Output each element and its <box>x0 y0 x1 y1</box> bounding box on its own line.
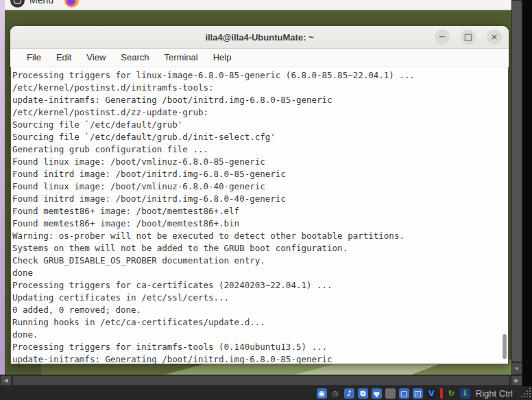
menu-item-search[interactable]: Search <box>113 52 156 62</box>
menu-button[interactable]: Menu <box>5 0 58 10</box>
terminal-line: Warning: os-prober will not be executed … <box>12 230 508 242</box>
host-horizontal-scrollbar[interactable]: ◀ ▶ <box>0 375 522 386</box>
auto-resize-icon[interactable]: ↻ <box>446 388 457 399</box>
terminal-lines: Processing triggers for linux-image-6.8.… <box>12 69 508 364</box>
terminal-line: Sourcing file `/etc/default/grub' <box>12 119 508 131</box>
terminal-line: Found initrd image: /boot/initrd.img-6.8… <box>12 193 508 205</box>
menu-item-terminal[interactable]: Terminal <box>157 52 206 62</box>
menu-item-help[interactable]: Help <box>206 52 239 62</box>
vertical-scrollbar-thumb[interactable] <box>512 1 522 362</box>
terminal-line: Processing triggers for ca-certificates … <box>12 279 508 292</box>
menu-label: Menu <box>29 0 53 5</box>
terminal-line: Check GRUB_DISABLE_OS_PROBER documentati… <box>12 255 508 267</box>
resize-grip[interactable] <box>518 387 531 399</box>
horizontal-scrollbar-thumb[interactable] <box>13 376 509 385</box>
top-panel: Menu <box>5 0 511 10</box>
terminal-line: Generating grub configuration file ... <box>12 143 508 156</box>
close-button[interactable]: × <box>487 30 502 45</box>
terminal-line: update-initramfs: Generating /boot/initr… <box>12 353 508 364</box>
terminal-line: done. <box>12 329 508 341</box>
minimize-button[interactable]: − <box>435 30 450 45</box>
host-window-edge <box>522 0 532 386</box>
host-key-indicator: Right Ctrl <box>476 388 513 399</box>
terminal-line: Found memtest86+ image: /boot/memtest86+… <box>12 217 508 230</box>
terminal-line: Sourcing file `/etc/default/grub.d/init-… <box>12 131 508 143</box>
terminal-line: Found linux image: /boot/vmlinuz-6.8.0-8… <box>12 156 508 168</box>
audio-icon[interactable]: ♪ <box>344 388 354 399</box>
window-title: illa4@illa4-UbuntuMate: ~ <box>205 32 313 43</box>
usb-icon[interactable]: ψ <box>372 388 382 399</box>
terminal-line: Systems on them will not be added to the… <box>12 242 508 255</box>
drag-drop-icon[interactable]: ⇩ <box>460 388 470 399</box>
virtualbox-status-bar: ◉◎♪⧉ψ▢◰V↻⇩ Right Ctrl <box>0 386 532 400</box>
scroll-left-button[interactable]: ◀ <box>1 376 11 385</box>
host-vertical-scrollbar[interactable]: ▼ <box>511 0 522 375</box>
scroll-right-button[interactable]: ▶ <box>511 376 522 385</box>
recording-icon[interactable]: ◰ <box>413 388 423 399</box>
status-icons: ◉◎♪⧉ψ▢◰V↻⇩ <box>317 388 470 399</box>
terminal-line: Found linux image: /boot/vmlinuz-6.8.0-4… <box>12 180 508 193</box>
network-icon[interactable]: ⧉ <box>358 388 368 399</box>
terminal-line: Processing triggers for linux-image-6.8.… <box>12 69 508 82</box>
terminal-line: 0 added, 0 removed; done. <box>12 304 508 316</box>
terminal-window: illa4@illa4-UbuntuMate: ~ −□× FileEditVi… <box>10 26 509 364</box>
terminal-line: /etc/kernel/postinst.d/initramfs-tools: <box>12 82 508 94</box>
terminal-line: Found initrd image: /boot/initrd.img-6.8… <box>12 168 508 180</box>
hard-disk-icon[interactable]: ◉ <box>317 388 327 399</box>
display-icon[interactable]: ▢ <box>399 388 409 399</box>
menu-item-edit[interactable]: Edit <box>49 52 79 62</box>
menu-item-file[interactable]: File <box>19 52 49 62</box>
terminal-line: /etc/kernel/postinst.d/zz-update-grub: <box>12 106 508 119</box>
optical-disk-icon[interactable]: ◎ <box>330 388 341 399</box>
shared-folder-icon[interactable] <box>385 388 396 399</box>
red-indicator[interactable] <box>440 388 443 399</box>
guest-display: Menu illa4@illa4-UbuntuMate: ~ −□× FileE… <box>0 0 511 375</box>
window-controls: −□× <box>435 30 502 45</box>
ubuntu-mate-logo-icon <box>10 0 25 8</box>
maximize-button[interactable]: □ <box>461 30 476 45</box>
terminal-titlebar[interactable]: illa4@illa4-UbuntuMate: ~ −□× <box>10 26 509 49</box>
terminal-output[interactable]: Processing triggers for linux-image-6.8.… <box>10 67 509 364</box>
virtualbox-window: Menu illa4@illa4-UbuntuMate: ~ −□× FileE… <box>0 0 532 400</box>
firefox-icon[interactable] <box>64 0 79 8</box>
scroll-down-button[interactable]: ▼ <box>512 363 522 374</box>
virtualization-icon[interactable]: V <box>426 388 437 399</box>
terminal-line: done <box>12 267 508 279</box>
menu-item-view[interactable]: View <box>79 52 113 62</box>
terminal-line: Updating certificates in /etc/ssl/certs.… <box>12 292 508 304</box>
terminal-line: update-initramfs: Generating /boot/initr… <box>12 94 508 106</box>
terminal-scrollbar-thumb[interactable] <box>503 334 507 359</box>
wallpaper-stripe <box>0 0 5 375</box>
terminal-line: Found memtest86+ image: /boot/memtest86+… <box>12 205 508 217</box>
terminal-menubar: FileEditViewSearchTerminalHelp <box>10 49 509 67</box>
terminal-line: Running hooks in /etc/ca-certificates/up… <box>12 316 508 329</box>
terminal-line: Processing triggers for initramfs-tools … <box>12 341 508 353</box>
